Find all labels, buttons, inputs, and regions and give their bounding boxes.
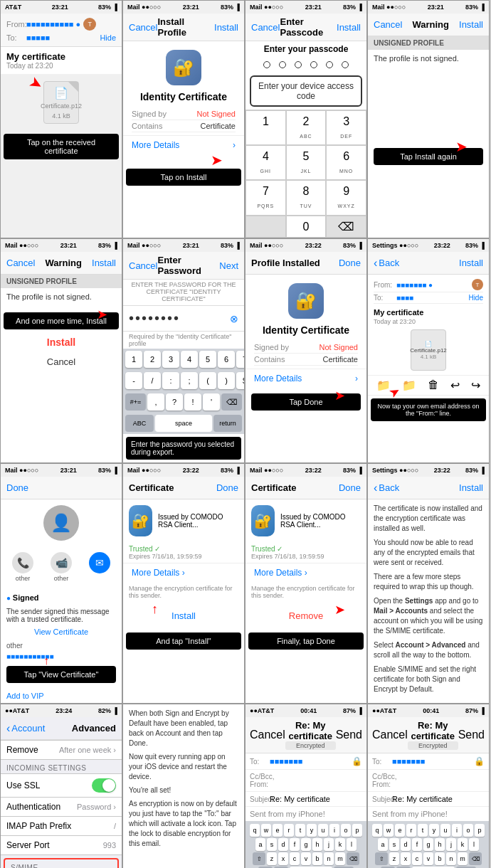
mkb-d[interactable]: d [278, 838, 288, 851]
kb-question[interactable]: ? [166, 393, 183, 411]
mkb2-y[interactable]: y [429, 824, 439, 837]
mkb2-t[interactable]: t [418, 824, 428, 837]
more-details-2[interactable]: More Details › [123, 135, 244, 154]
mkb-u[interactable]: u [318, 824, 328, 837]
mkb2-h[interactable]: h [435, 838, 445, 851]
add-vip-9[interactable]: Add to VIP [1, 689, 122, 703]
mkb-l[interactable]: l [347, 838, 357, 851]
kb-6[interactable]: 6 [218, 351, 235, 368]
mkb2-b[interactable]: b [435, 852, 445, 865]
done-btn-10[interactable]: Done [216, 482, 238, 493]
mkb-b[interactable]: b [312, 852, 322, 865]
pw-clear[interactable]: ⊗ [230, 313, 238, 324]
use-ssl-toggle[interactable] [92, 778, 116, 793]
cancel-btn-3[interactable]: Cancel [251, 22, 280, 33]
mkb2-a[interactable]: a [378, 838, 388, 851]
cancel-btn-2[interactable]: Cancel [129, 22, 157, 33]
kb-del[interactable]: ⌫ [221, 393, 242, 411]
lock-icon-15[interactable]: 🔒 [352, 756, 362, 766]
send-btn-16[interactable]: Send [458, 729, 485, 741]
mkb-shift[interactable]: ⇧ [253, 852, 265, 865]
mkb2-g[interactable]: g [423, 838, 433, 851]
numpad-3[interactable]: 3DEF [326, 110, 366, 145]
numpad-2[interactable]: 2ABC [286, 110, 327, 145]
numpad-7[interactable]: 7PQRS [246, 180, 286, 215]
mkb-e[interactable]: e [273, 824, 283, 837]
install-nav-8[interactable]: Install [459, 258, 483, 268]
back-btn-8[interactable]: ‹ Back [374, 257, 399, 270]
kb-2[interactable]: 2 [144, 351, 161, 368]
mkb-k[interactable]: k [335, 838, 345, 851]
mkb-w[interactable]: w [261, 824, 271, 837]
done-btn-9[interactable]: Done [6, 482, 28, 493]
numpad-del[interactable]: ⌫ [326, 216, 366, 238]
send-btn-15[interactable]: Send [336, 729, 362, 741]
mkb-r[interactable]: r [284, 824, 294, 837]
kb-return[interactable]: return [213, 415, 242, 432]
install-btn-5[interactable]: Install [92, 258, 116, 268]
numpad-4[interactable]: 4GHI [246, 145, 286, 180]
numpad-8[interactable]: 8TUV [286, 180, 327, 215]
hide-link[interactable]: Hide [100, 33, 116, 42]
kb-excl[interactable]: ! [184, 393, 201, 411]
cert-icon[interactable]: 📄 Certificate.p12 4.1 kB [43, 81, 79, 124]
mkb2-c[interactable]: c [412, 852, 422, 865]
mkb2-del[interactable]: ⌫ [469, 852, 482, 865]
hide-link-8[interactable]: Hide [468, 294, 483, 302]
folder2-icon-8[interactable]: 📁 [402, 379, 416, 392]
install-btn-4[interactable]: Install [459, 19, 483, 30]
mkb-v[interactable]: v [301, 852, 311, 865]
mkb-i[interactable]: i [329, 824, 339, 837]
auth-value[interactable]: Password › [77, 803, 116, 811]
cancel-compose-15[interactable]: Cancel [250, 729, 285, 741]
mkb-s[interactable]: s [267, 838, 277, 851]
mkb2-m[interactable]: m [458, 852, 468, 865]
numpad-0[interactable]: 0 [286, 216, 327, 238]
cancel-btn-5[interactable]: Cancel [6, 258, 35, 268]
mkb2-j[interactable]: j [446, 838, 456, 851]
cancel-compose-16[interactable]: Cancel [372, 729, 408, 741]
install-btn-3[interactable]: Install [337, 22, 361, 33]
mkb-t[interactable]: t [295, 824, 305, 837]
kb-5[interactable]: 5 [199, 351, 216, 368]
mkb-a[interactable]: a [255, 838, 265, 851]
mkb2-u[interactable]: u [440, 824, 450, 837]
done-btn-11[interactable]: Done [339, 482, 361, 493]
cancel-btn-6[interactable]: Cancel [129, 260, 157, 271]
mkb2-q[interactable]: q [372, 824, 382, 837]
mkb-g[interactable]: g [301, 838, 311, 851]
mkb2-f[interactable]: f [412, 838, 422, 851]
back-btn-13[interactable]: ‹ Account [6, 722, 45, 735]
mkb-o[interactable]: o [341, 824, 351, 837]
mkb2-r[interactable]: r [406, 824, 416, 837]
kb-dash[interactable]: - [125, 372, 142, 389]
more-details-7[interactable]: More Details› [246, 369, 366, 388]
install-link-10[interactable]: Install [126, 605, 241, 627]
mkb-h[interactable]: h [312, 838, 322, 851]
kb-3[interactable]: 3 [162, 351, 179, 368]
kb-4[interactable]: 4 [181, 351, 198, 368]
numpad-1[interactable]: 1 [246, 110, 286, 145]
mkb2-shift[interactable]: ⇧ [375, 852, 388, 865]
mkb-x[interactable]: x [278, 852, 288, 865]
kb-slash[interactable]: / [144, 372, 161, 389]
mkb2-i[interactable]: i [452, 824, 462, 837]
mkb-p[interactable]: p [352, 824, 362, 837]
forward-icon-8[interactable]: ↪ [471, 379, 480, 392]
reply-icon-8[interactable]: ↩ [450, 379, 460, 392]
more-details-10[interactable]: More Details › [123, 563, 244, 582]
lock-icon-16[interactable]: 🔒 [474, 756, 485, 766]
done-btn-7[interactable]: Done [339, 258, 361, 268]
back-btn-12[interactable]: ‹ Back [374, 482, 399, 494]
numpad-5[interactable]: 5JKL [286, 145, 327, 180]
numpad-6[interactable]: 6MNO [326, 145, 366, 180]
pw-input-field[interactable]: •••••••• ⊗ [123, 305, 244, 332]
kb-hash[interactable]: #+= [125, 393, 146, 411]
more-details-11[interactable]: More Details › [246, 563, 366, 582]
mkb-q[interactable]: q [250, 824, 260, 837]
mkb2-z[interactable]: z [389, 852, 399, 865]
mkb2-e[interactable]: e [395, 824, 405, 837]
kb-colon[interactable]: : [162, 372, 179, 389]
mkb2-x[interactable]: x [401, 852, 411, 865]
install-nav-12[interactable]: Install [459, 482, 483, 493]
